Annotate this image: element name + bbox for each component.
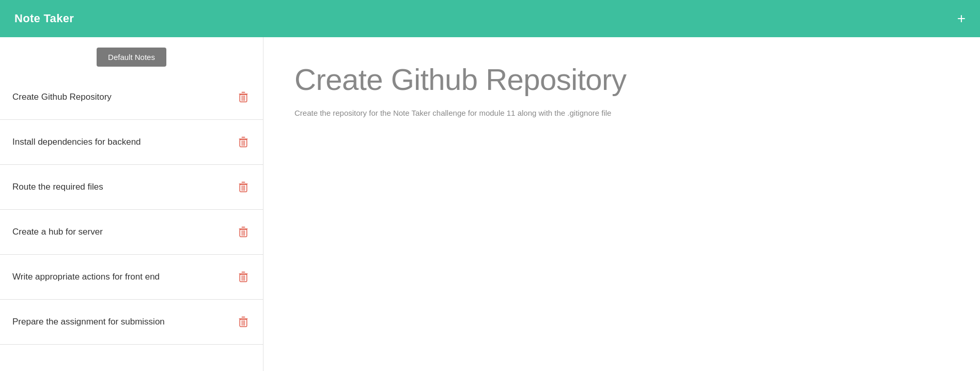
delete-note-button[interactable] (236, 269, 251, 285)
note-title: Create Github Repository (294, 62, 949, 97)
list-item[interactable]: Write appropriate actions for front end (0, 255, 263, 300)
note-content-area: Create Github Repository Create the repo… (263, 37, 980, 371)
note-list: Create Github Repository Install depende… (0, 75, 263, 371)
svg-rect-13 (242, 182, 245, 183)
trash-icon (238, 271, 248, 283)
trash-icon (238, 136, 248, 148)
svg-rect-1 (242, 92, 245, 93)
trash-icon (238, 226, 248, 238)
delete-note-button[interactable] (236, 224, 251, 240)
trash-icon (238, 91, 248, 103)
trash-icon (238, 181, 248, 193)
note-list-item-title: Create a hub for server (12, 227, 103, 237)
svg-rect-25 (242, 272, 245, 273)
list-item[interactable]: Install dependencies for backend (0, 120, 263, 165)
svg-rect-7 (242, 137, 245, 138)
list-item[interactable]: Create Github Repository (0, 75, 263, 120)
sidebar: Default Notes Create Github Repository I… (0, 37, 263, 371)
note-body: Create the repository for the Note Taker… (294, 107, 682, 119)
delete-note-button[interactable] (236, 179, 251, 195)
app-header: Note Taker + (0, 0, 980, 37)
sidebar-header: Default Notes (0, 37, 263, 75)
list-item[interactable]: Create a hub for server (0, 210, 263, 255)
note-list-item-title: Create Github Repository (12, 92, 112, 102)
main-container: Default Notes Create Github Repository I… (0, 37, 980, 371)
default-notes-button[interactable]: Default Notes (97, 48, 166, 67)
delete-note-button[interactable] (236, 134, 251, 150)
trash-icon (238, 316, 248, 328)
svg-rect-19 (242, 227, 245, 228)
list-item[interactable]: Route the required files (0, 165, 263, 210)
add-note-button[interactable]: + (957, 11, 966, 26)
delete-note-button[interactable] (236, 89, 251, 105)
svg-rect-31 (242, 317, 245, 318)
note-list-item-title: Prepare the assignment for submission (12, 317, 165, 327)
delete-note-button[interactable] (236, 314, 251, 330)
note-list-item-title: Write appropriate actions for front end (12, 272, 160, 282)
app-title: Note Taker (14, 12, 74, 25)
note-list-item-title: Install dependencies for backend (12, 137, 141, 147)
note-list-item-title: Route the required files (12, 182, 103, 192)
list-item[interactable]: Prepare the assignment for submission (0, 300, 263, 345)
